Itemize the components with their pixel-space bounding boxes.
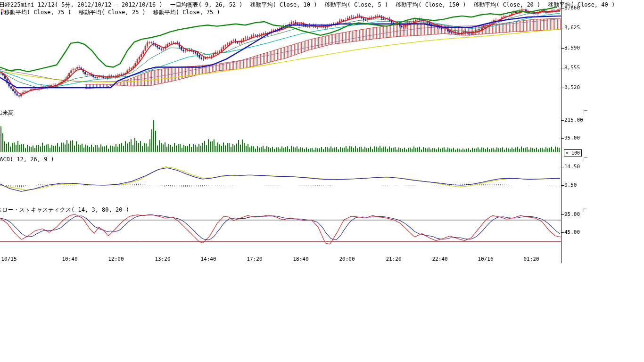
time-axis-label: 20:00 xyxy=(339,256,355,262)
time-axis-label: 18:40 xyxy=(293,256,308,262)
legend-ma40[interactable]: 移動平均( Close, 40 ) xyxy=(548,1,615,8)
legend-ma75[interactable]: 移動平均( Close, 75 ) xyxy=(4,9,71,16)
time-axis-label: 14:40 xyxy=(200,256,216,262)
time-axis-label: 12:00 xyxy=(108,256,124,262)
series-title[interactable]: 日経225mini 12/12( 5分, 2012/10/12 - 2012/1… xyxy=(0,1,163,8)
stoch-axis-label: 45.00 xyxy=(564,230,580,235)
candle-icon xyxy=(0,9,3,15)
legend-row-2: 移動平均( Close, 75 ) 移動平均( Close, 25 ) 移動平均… xyxy=(4,9,220,16)
legend-ma75b[interactable]: 移動平均( Close, 75 ) xyxy=(153,9,220,16)
legend-ma5[interactable]: 移動平均( Close, 5 ) xyxy=(325,1,388,8)
legend-row-1: 日経225mini 12/12( 5分, 2012/10/12 - 2012/1… xyxy=(0,1,615,8)
time-axis-label: 10:40 xyxy=(62,256,77,262)
price-axis-label: 8,555 xyxy=(564,65,580,71)
volume-axis-label: 215.00 xyxy=(564,117,583,123)
legend-ma10[interactable]: 移動平均( Close, 10 ) xyxy=(250,1,317,8)
macd-panel-label: MACD( 12, 26, 9 ) xyxy=(0,156,54,163)
time-axis-label: 21:20 xyxy=(386,256,401,262)
price-axis-label: 8,660 xyxy=(564,5,580,11)
stochastics-panel-label: スロー・ストキャスティクス( 14, 3, 80, 20 ) xyxy=(0,206,129,213)
chart-canvas[interactable] xyxy=(0,0,644,362)
price-axis-label: 8,520 xyxy=(564,85,580,90)
macd-axis-label: 14.50 xyxy=(564,164,580,170)
volume-panel-handle[interactable] xyxy=(584,110,587,114)
macd-axis-label: 0.50 xyxy=(564,182,577,188)
price-axis-label: 8,625 xyxy=(564,25,580,31)
macd-panel-handle[interactable] xyxy=(584,157,587,161)
legend-ma25[interactable]: 移動平均( Close, 25 ) xyxy=(79,9,146,16)
stoch-axis-label: 95.00 xyxy=(564,212,580,217)
stoch-panel-handle[interactable] xyxy=(584,208,587,212)
time-axis-label: 17:20 xyxy=(247,256,262,262)
legend-ichimoku[interactable]: 一目均衡表( 9, 26, 52 ) xyxy=(170,1,243,8)
chart-window: 日経225mini 12/12( 5分, 2012/10/12 - 2012/1… xyxy=(0,0,644,362)
price-axis-label: 8,590 xyxy=(564,45,580,51)
time-axis-label: 13:20 xyxy=(155,256,170,262)
volume-multiplier-badge: × 100 xyxy=(564,149,582,156)
volume-axis-label: 95.00 xyxy=(564,135,580,141)
legend-ma20[interactable]: 移動平均( Close, 20 ) xyxy=(473,1,540,8)
legend-ma150[interactable]: 移動平均( Close, 150 ) xyxy=(396,1,466,8)
volume-panel-label: 出来高 xyxy=(0,109,14,116)
time-axis-label: 10/15 xyxy=(1,256,17,262)
time-axis-label: 01:20 xyxy=(523,256,539,262)
time-axis-label: 10/16 xyxy=(478,256,493,262)
time-axis-label: 22:40 xyxy=(432,256,447,262)
